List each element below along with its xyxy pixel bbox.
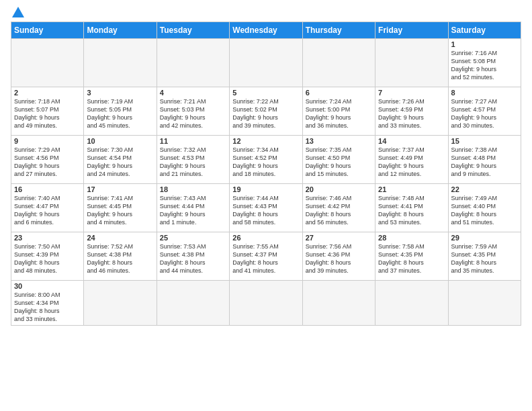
calendar-cell [230,39,302,87]
calendar-cell: 22Sunrise: 7:49 AM Sunset: 4:40 PM Dayli… [448,184,521,232]
calendar-cell: 12Sunrise: 7:34 AM Sunset: 4:52 PM Dayli… [230,136,302,184]
day-info: Sunrise: 8:00 AM Sunset: 4:34 PM Dayligh… [14,291,81,324]
calendar-cell: 27Sunrise: 7:56 AM Sunset: 4:36 PM Dayli… [302,232,375,281]
day-info: Sunrise: 7:52 AM Sunset: 4:38 PM Dayligh… [87,242,153,275]
day-number: 20 [306,185,372,193]
page: SundayMondayTuesdayWednesdayThursdayFrid… [0,0,532,411]
calendar-cell [448,281,521,326]
calendar-cell [157,39,229,87]
day-info: Sunrise: 7:18 AM Sunset: 5:07 PM Dayligh… [14,97,81,130]
day-info: Sunrise: 7:40 AM Sunset: 4:47 PM Dayligh… [14,194,81,227]
calendar-cell: 29Sunrise: 7:59 AM Sunset: 4:35 PM Dayli… [448,232,521,281]
calendar-cell: 14Sunrise: 7:37 AM Sunset: 4:49 PM Dayli… [375,136,448,184]
day-info: Sunrise: 7:22 AM Sunset: 5:02 PM Dayligh… [232,97,299,130]
calendar-cell: 30Sunrise: 8:00 AM Sunset: 4:34 PM Dayli… [11,281,84,326]
calendar-cell: 28Sunrise: 7:58 AM Sunset: 4:35 PM Dayli… [375,232,448,281]
day-number: 11 [160,137,226,145]
day-number: 6 [306,89,372,97]
calendar-cell: 5Sunrise: 7:22 AM Sunset: 5:02 PM Daylig… [230,87,302,136]
calendar-cell [302,281,375,326]
calendar-cell [302,39,375,87]
calendar-cell [11,39,84,87]
calendar: SundayMondayTuesdayWednesdayThursdayFrid… [11,21,521,326]
calendar-cell [375,281,448,326]
day-number: 24 [87,234,153,242]
calendar-cell [375,39,448,87]
weekday-header-monday: Monday [84,22,157,39]
day-number: 16 [14,185,81,193]
day-number: 3 [87,89,153,97]
calendar-cell [84,281,157,326]
day-info: Sunrise: 7:58 AM Sunset: 4:35 PM Dayligh… [378,242,445,275]
day-number: 28 [378,234,445,242]
calendar-cell: 2Sunrise: 7:18 AM Sunset: 5:07 PM Daylig… [11,87,84,136]
day-number: 27 [306,234,372,242]
day-info: Sunrise: 7:48 AM Sunset: 4:41 PM Dayligh… [378,194,445,227]
calendar-cell: 24Sunrise: 7:52 AM Sunset: 4:38 PM Dayli… [84,232,157,281]
calendar-cell: 8Sunrise: 7:27 AM Sunset: 4:57 PM Daylig… [448,87,521,136]
calendar-cell: 25Sunrise: 7:53 AM Sunset: 4:38 PM Dayli… [157,232,229,281]
day-info: Sunrise: 7:35 AM Sunset: 4:50 PM Dayligh… [306,146,372,179]
day-number: 26 [232,234,299,242]
calendar-cell: 13Sunrise: 7:35 AM Sunset: 4:50 PM Dayli… [302,136,375,184]
day-number: 25 [160,234,226,242]
calendar-cell: 3Sunrise: 7:19 AM Sunset: 5:05 PM Daylig… [84,87,157,136]
calendar-cell: 17Sunrise: 7:41 AM Sunset: 4:45 PM Dayli… [84,184,157,232]
day-info: Sunrise: 7:53 AM Sunset: 4:38 PM Dayligh… [160,242,226,275]
week-row-0: 1Sunrise: 7:16 AM Sunset: 5:08 PM Daylig… [11,39,521,87]
calendar-cell: 1Sunrise: 7:16 AM Sunset: 5:08 PM Daylig… [448,39,521,87]
calendar-cell: 10Sunrise: 7:30 AM Sunset: 4:54 PM Dayli… [84,136,157,184]
calendar-cell [84,39,157,87]
day-info: Sunrise: 7:30 AM Sunset: 4:54 PM Dayligh… [87,146,153,179]
week-row-4: 23Sunrise: 7:50 AM Sunset: 4:39 PM Dayli… [11,232,521,281]
day-number: 17 [87,185,153,193]
calendar-cell: 20Sunrise: 7:46 AM Sunset: 4:42 PM Dayli… [302,184,375,232]
calendar-cell: 19Sunrise: 7:44 AM Sunset: 4:43 PM Dayli… [230,184,302,232]
day-info: Sunrise: 7:16 AM Sunset: 5:08 PM Dayligh… [451,49,518,82]
day-number: 23 [14,234,81,242]
day-info: Sunrise: 7:26 AM Sunset: 4:59 PM Dayligh… [378,97,445,130]
week-row-5: 30Sunrise: 8:00 AM Sunset: 4:34 PM Dayli… [11,281,521,326]
week-row-2: 9Sunrise: 7:29 AM Sunset: 4:56 PM Daylig… [11,136,521,184]
day-info: Sunrise: 7:34 AM Sunset: 4:52 PM Dayligh… [232,146,299,179]
day-number: 7 [378,89,445,97]
day-number: 22 [451,185,518,193]
day-info: Sunrise: 7:21 AM Sunset: 5:03 PM Dayligh… [160,97,226,130]
day-number: 13 [306,137,372,145]
day-number: 2 [14,89,81,97]
calendar-cell: 21Sunrise: 7:48 AM Sunset: 4:41 PM Dayli… [375,184,448,232]
calendar-cell [157,281,229,326]
day-info: Sunrise: 7:27 AM Sunset: 4:57 PM Dayligh… [451,97,518,130]
week-row-3: 16Sunrise: 7:40 AM Sunset: 4:47 PM Dayli… [11,184,521,232]
weekday-header-friday: Friday [375,22,448,39]
day-info: Sunrise: 7:29 AM Sunset: 4:56 PM Dayligh… [14,146,81,179]
calendar-cell: 11Sunrise: 7:32 AM Sunset: 4:53 PM Dayli… [157,136,229,184]
day-number: 10 [87,137,153,145]
day-info: Sunrise: 7:56 AM Sunset: 4:36 PM Dayligh… [306,242,372,275]
calendar-cell: 16Sunrise: 7:40 AM Sunset: 4:47 PM Dayli… [11,184,84,232]
day-info: Sunrise: 7:24 AM Sunset: 5:00 PM Dayligh… [306,97,372,130]
day-info: Sunrise: 7:32 AM Sunset: 4:53 PM Dayligh… [160,146,226,179]
calendar-cell: 9Sunrise: 7:29 AM Sunset: 4:56 PM Daylig… [11,136,84,184]
day-number: 12 [232,137,299,145]
weekday-header-row: SundayMondayTuesdayWednesdayThursdayFrid… [11,22,521,39]
day-number: 15 [451,137,518,145]
week-row-1: 2Sunrise: 7:18 AM Sunset: 5:07 PM Daylig… [11,87,521,136]
day-number: 21 [378,185,445,193]
weekday-header-saturday: Saturday [448,22,521,39]
day-info: Sunrise: 7:43 AM Sunset: 4:44 PM Dayligh… [160,194,226,227]
day-info: Sunrise: 7:38 AM Sunset: 4:48 PM Dayligh… [451,146,518,179]
calendar-cell: 26Sunrise: 7:55 AM Sunset: 4:37 PM Dayli… [230,232,302,281]
calendar-cell [230,281,302,326]
logo-text [11,8,24,17]
calendar-cell: 18Sunrise: 7:43 AM Sunset: 4:44 PM Dayli… [157,184,229,232]
day-info: Sunrise: 7:46 AM Sunset: 4:42 PM Dayligh… [306,194,372,227]
logo-triangle-icon [12,7,24,17]
day-number: 14 [378,137,445,145]
calendar-cell: 6Sunrise: 7:24 AM Sunset: 5:00 PM Daylig… [302,87,375,136]
day-number: 9 [14,137,81,145]
header-row [11,8,521,17]
day-info: Sunrise: 7:41 AM Sunset: 4:45 PM Dayligh… [87,194,153,227]
day-number: 19 [232,185,299,193]
day-number: 5 [232,89,299,97]
